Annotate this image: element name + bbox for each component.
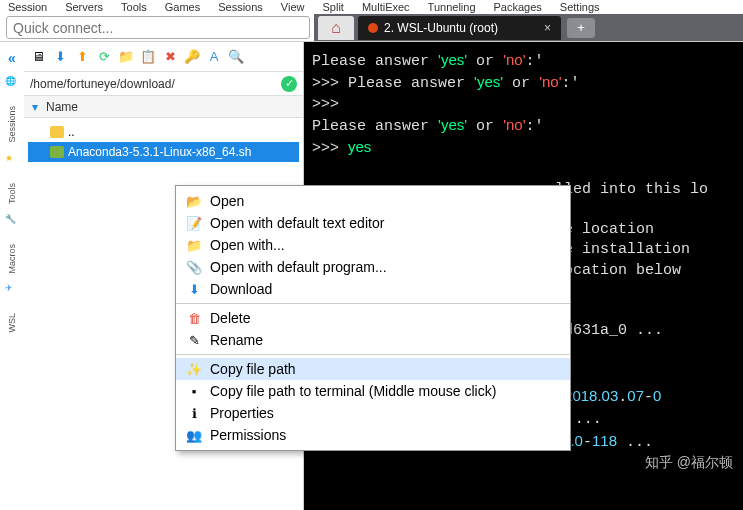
wrench-icon[interactable]: 🔧 [5, 214, 19, 228]
ctx-download[interactable]: ⬇Download [176, 278, 570, 300]
info-icon: ℹ [186, 405, 202, 421]
sidebar-tab-sessions[interactable]: Sessions [7, 106, 17, 143]
sidebar-tab-tools[interactable]: Tools [7, 183, 17, 204]
sidebar-tab-wsl[interactable]: WSL [7, 313, 17, 333]
ctx-copy-path[interactable]: ✨Copy file path [176, 358, 570, 380]
delete-icon: 🗑 [186, 310, 202, 326]
menu-sessions[interactable]: Sessions [218, 1, 263, 13]
collapse-icon[interactable]: « [8, 50, 16, 66]
ubuntu-icon [368, 23, 378, 33]
menu-tunneling[interactable]: Tunneling [428, 1, 476, 13]
ctx-delete[interactable]: 🗑Delete [176, 307, 570, 329]
key-icon[interactable]: 🔑 [184, 49, 200, 65]
copy-icon[interactable]: 📋 [140, 49, 156, 65]
folder-open-icon: 📂 [186, 193, 202, 209]
ctx-open-program[interactable]: 📎Open with default program... [176, 256, 570, 278]
ctx-permissions[interactable]: 👥Permissions [176, 424, 570, 446]
script-icon [50, 146, 64, 158]
ctx-copy-terminal[interactable]: ▪Copy file path to terminal (Middle mous… [176, 380, 570, 402]
star-icon[interactable]: ★ [5, 153, 19, 167]
top-row: ⌂ 2. WSL-Ubuntu (root) × + [0, 14, 743, 42]
refresh-icon[interactable]: ⟳ [96, 49, 112, 65]
ctx-open[interactable]: 📂Open [176, 190, 570, 212]
ctx-open-with[interactable]: 📁Open with... [176, 234, 570, 256]
download-icon[interactable]: ⬇ [52, 49, 68, 65]
path-bar: /home/fortuneye/download/ ✓ [24, 72, 303, 96]
menu-session[interactable]: Session [8, 1, 47, 13]
menu-split[interactable]: Split [323, 1, 344, 13]
text-icon[interactable]: A [206, 49, 222, 65]
file-row-up[interactable]: .. [28, 122, 299, 142]
menu-servers[interactable]: Servers [65, 1, 103, 13]
upload-icon[interactable]: ⬆ [74, 49, 90, 65]
doc-icon: 📝 [186, 215, 202, 231]
sidebar-tab-macros[interactable]: Macros [7, 244, 17, 274]
search-icon[interactable]: 🔍 [228, 49, 244, 65]
file-tree: .. Anaconda3-5.3.1-Linux-x86_64.sh [24, 118, 303, 166]
cancel-icon[interactable]: ✖ [162, 49, 178, 65]
rename-icon: ✎ [186, 332, 202, 348]
quick-connect-input[interactable] [6, 16, 310, 39]
file-row-selected[interactable]: Anaconda3-5.3.1-Linux-x86_64.sh [28, 142, 299, 162]
list-header: ▾ Name [24, 96, 303, 118]
users-icon: 👥 [186, 427, 202, 443]
monitor-icon[interactable]: 🖥 [30, 49, 46, 65]
menu-settings[interactable]: Settings [560, 1, 600, 13]
ctx-properties[interactable]: ℹProperties [176, 402, 570, 424]
watermark: 知乎 @福尔顿 [645, 454, 733, 472]
tab-close-icon[interactable]: × [544, 21, 551, 35]
tab-new-button[interactable]: + [567, 18, 595, 38]
menu-packages[interactable]: Packages [494, 1, 542, 13]
file-up-label: .. [68, 125, 75, 139]
clip-icon: 📎 [186, 259, 202, 275]
left-sidebar: « 🌐 Sessions ★ Tools 🔧 Macros ✈ WSL [0, 42, 24, 510]
expand-icon[interactable]: ▾ [32, 100, 38, 114]
menu-view[interactable]: View [281, 1, 305, 13]
file-toolbar: 🖥 ⬇ ⬆ ⟳ 📁 📋 ✖ 🔑 A 🔍 [24, 42, 303, 72]
ctx-rename[interactable]: ✎Rename [176, 329, 570, 351]
ctx-open-text[interactable]: 📝Open with default text editor [176, 212, 570, 234]
col-name[interactable]: Name [46, 100, 78, 114]
new-folder-icon[interactable]: 📁 [118, 49, 134, 65]
tabbar: ⌂ 2. WSL-Ubuntu (root) × + [314, 14, 743, 41]
tab-wsl-ubuntu[interactable]: 2. WSL-Ubuntu (root) × [358, 16, 561, 40]
menu-tools[interactable]: Tools [121, 1, 147, 13]
menu-games[interactable]: Games [165, 1, 200, 13]
tab-title: 2. WSL-Ubuntu (root) [384, 21, 498, 35]
context-menu: 📂Open 📝Open with default text editor 📁Op… [175, 185, 571, 451]
home-tab[interactable]: ⌂ [318, 16, 354, 40]
path-ok-icon: ✓ [281, 76, 297, 92]
menubar: SessionServersToolsGamesSessionsViewSpli… [0, 0, 743, 14]
download-icon: ⬇ [186, 281, 202, 297]
folder-icon [50, 126, 64, 138]
file-selected-label: Anaconda3-5.3.1-Linux-x86_64.sh [68, 145, 251, 159]
menu-multiexec[interactable]: MultiExec [362, 1, 410, 13]
terminal-icon: ▪ [186, 383, 202, 399]
folder-star-icon: 📁 [186, 237, 202, 253]
globe-icon[interactable]: 🌐 [5, 76, 19, 90]
path-text[interactable]: /home/fortuneye/download/ [30, 77, 175, 91]
home-icon: ⌂ [331, 19, 341, 37]
send-icon[interactable]: ✈ [5, 283, 19, 297]
wand-icon: ✨ [186, 361, 202, 377]
